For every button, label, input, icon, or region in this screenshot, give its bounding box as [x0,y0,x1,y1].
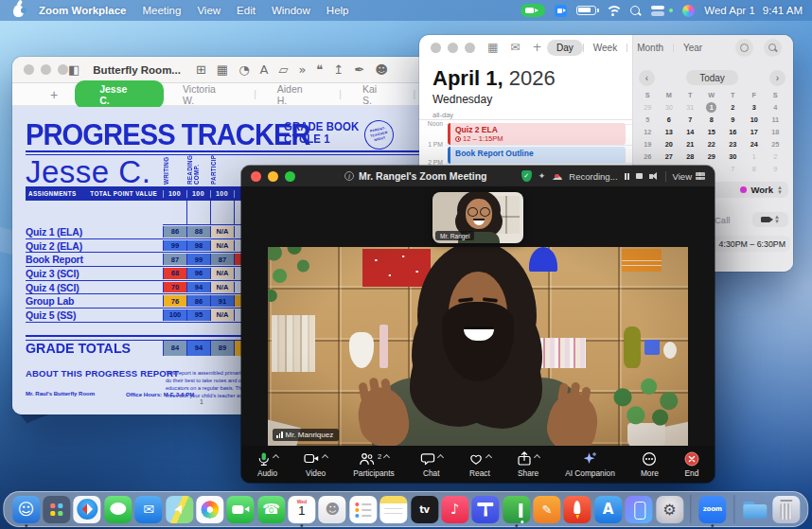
chevron-up-icon[interactable] [322,453,328,460]
inbox-icon[interactable]: ✉ [510,41,520,54]
overflow-icon[interactable]: » [298,63,306,76]
info-icon[interactable]: i [344,171,354,181]
chevron-up-icon[interactable] [273,453,279,460]
assignment-label[interactable]: Quiz 4 (SCI) [26,281,163,294]
view-button[interactable]: View [673,171,705,182]
dock-icon-mail[interactable]: ✉ [135,496,163,523]
ai-sparkle-icon[interactable]: ✦ [538,171,546,181]
mini-day-9[interactable]: 9 [722,114,744,126]
stop-recording-button[interactable] [636,173,643,180]
add-sheet-button[interactable]: + [50,87,58,102]
speaker-video-tile[interactable]: Mr. Manriquez [268,247,688,446]
sheet-tab-victoria-w-[interactable]: Victoria W. [168,80,244,109]
mini-day-16[interactable]: 16 [722,126,744,138]
mini-day-15[interactable]: 15 [701,126,723,138]
zoom-participants-button[interactable]: 2Participants [353,451,394,478]
mini-day-19[interactable]: 19 [637,138,659,150]
grade-cell[interactable]: 87 [210,254,234,265]
dock-icon-phone[interactable]: ☎ [257,496,285,523]
close-button[interactable] [251,171,261,182]
wifi-icon[interactable] [606,6,620,16]
sidebar-icon[interactable]: ◧ [68,63,79,76]
dock-icon-games[interactable] [564,496,591,523]
sheet-tab-kai-s-[interactable]: Kai S. [347,80,404,109]
mini-day-13[interactable]: 13 [659,126,680,138]
grade-cell[interactable]: 95 [186,309,210,321]
control-center-icon[interactable] [651,6,665,16]
pause-recording-button[interactable] [625,173,630,180]
close-button[interactable] [24,64,34,75]
grade-cell[interactable]: 100 [163,309,186,321]
grade-cell[interactable]: N/A [210,282,234,293]
insert-icon[interactable]: ⊞ [196,63,206,76]
assignment-label[interactable]: Quiz 1 (ELA) [26,225,163,238]
mini-day-24[interactable]: 24 [744,138,766,150]
search-icon[interactable] [629,5,642,17]
menu-item-zoom-workplace[interactable]: Zoom Workplace [39,5,126,16]
mini-day-30[interactable]: 30 [722,150,744,163]
dock-icon-messages[interactable] [104,496,132,523]
zoom-share-button[interactable]: Share [517,451,539,478]
battery-icon[interactable] [576,6,596,15]
view-tab-year[interactable]: Year [674,40,712,56]
mini-day-11[interactable]: 11 [765,114,786,126]
prev-month-button[interactable]: ‹ [639,70,655,86]
share-icon[interactable]: ↥ [333,63,344,76]
assignment-label[interactable]: Quiz 2 (ELA) [26,239,163,253]
dock-icon-zoom[interactable]: zoom [698,496,726,523]
mini-day-1[interactable]: 1 [744,150,766,163]
menu-item-help[interactable]: Help [327,5,349,16]
chart-icon[interactable]: ◔ [238,63,249,76]
document-title[interactable]: Butterfly Room... [93,64,181,76]
format-brush-icon[interactable]: ✒ [354,63,364,76]
textbox-icon[interactable]: A [259,63,268,76]
dock-icon-reminders[interactable] [349,496,377,523]
zoom-video-button[interactable]: Video [304,451,327,478]
minimize-button[interactable] [41,64,51,75]
dock-icon-photos[interactable] [196,496,223,523]
mini-day-29[interactable]: 29 [701,150,723,163]
grade-cell[interactable]: N/A [210,309,234,321]
dock-icon-notes[interactable] [380,496,408,523]
next-month-button[interactable]: › [769,70,786,86]
today-button[interactable]: Today [686,70,738,85]
chevron-up-icon[interactable] [534,453,540,460]
grade-cell[interactable]: N/A [210,226,234,238]
dock-icon-maps[interactable] [166,496,193,523]
grade-cell[interactable]: 99 [163,240,186,252]
menu-item-edit[interactable]: Edit [237,5,256,16]
dock-icon-iphone-mirroring[interactable] [626,496,653,523]
shape-icon[interactable]: ▱ [278,63,288,76]
mini-day-6[interactable]: 6 [659,114,680,126]
dock-icon-calendar[interactable]: Wed1 [288,496,315,523]
dock-icon-contacts[interactable]: ☻ [319,496,346,523]
view-tab-month[interactable]: Month [627,40,673,56]
close-button[interactable] [431,43,441,53]
grade-cell[interactable]: 88 [186,226,210,238]
mini-day-2[interactable]: 2 [722,101,744,114]
view-tab-week[interactable]: Week [584,40,627,56]
chevron-up-icon[interactable] [437,453,444,460]
chevron-up-icon[interactable] [485,453,492,460]
mini-day-28[interactable]: 28 [680,150,701,163]
mini-day-22[interactable]: 22 [701,138,723,150]
add-event-icon[interactable]: + [532,41,541,54]
calendar-event-quiz[interactable]: Quiz 2 ELA 12 – 1:15PM [448,123,626,145]
mini-day-25[interactable]: 25 [765,138,786,150]
calendar-event-book-report[interactable]: Book Report Outline [448,147,626,164]
call-option-picker[interactable]: ▲▼ [752,212,788,227]
zoom-menubar-icon[interactable] [555,5,567,17]
dock-icon-numbers[interactable] [503,496,530,523]
mini-day-7[interactable]: 7 [680,114,701,126]
assignment-label[interactable]: Quiz 5 (SS) [26,309,163,322]
grade-cell[interactable]: 86 [186,295,210,307]
minimize-button[interactable] [448,43,458,53]
dock-icon-pages[interactable]: ✎ [533,496,560,523]
calendar-list-icon[interactable]: ▦ [487,41,498,54]
grade-cell[interactable]: 91 [210,295,234,307]
mini-day-27[interactable]: 27 [659,150,680,163]
dock-icon-settings[interactable]: ⚙ [656,496,683,523]
dock-icon-tv[interactable]: tv [411,496,438,523]
zoom-audio-button[interactable]: Audio [256,451,278,478]
siri-icon[interactable] [682,5,695,17]
